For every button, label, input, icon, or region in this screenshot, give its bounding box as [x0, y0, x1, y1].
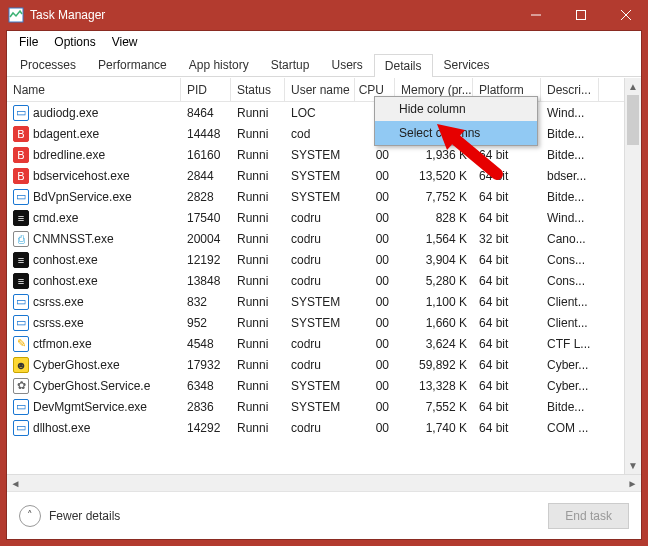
tab-performance[interactable]: Performance [87, 53, 178, 76]
table-row[interactable]: ▭csrss.exe952RunniSYSTEM001,660 K64 bitC… [7, 312, 641, 333]
fewer-details-button[interactable]: ˄ Fewer details [19, 505, 120, 527]
table-row[interactable]: Bbdservicehost.exe2844RunniSYSTEM0013,52… [7, 165, 641, 186]
process-description: Cyber... [541, 358, 599, 372]
process-cpu: 00 [355, 190, 395, 204]
process-user: LOC [285, 106, 355, 120]
scroll-right-icon[interactable]: ► [624, 475, 641, 491]
process-user: codru [285, 211, 355, 225]
table-row[interactable]: ✎ctfmon.exe4548Runnicodru003,624 K64 bit… [7, 333, 641, 354]
process-memory: 3,624 K [395, 337, 473, 351]
tab-processes[interactable]: Processes [9, 53, 87, 76]
process-icon: ▭ [13, 420, 29, 436]
process-icon: ≡ [13, 252, 29, 268]
column-header-name[interactable]: Name [7, 78, 181, 101]
process-status: Runni [231, 379, 285, 393]
process-platform: 64 bit [473, 379, 541, 393]
process-icon: ⎙ [13, 231, 29, 247]
process-user: codru [285, 253, 355, 267]
svg-rect-2 [576, 11, 585, 20]
table-row[interactable]: ▭dllhost.exe14292Runnicodru001,740 K64 b… [7, 417, 641, 438]
column-header-description[interactable]: Descri... [541, 78, 599, 101]
process-memory: 7,552 K [395, 400, 473, 414]
table-row[interactable]: ⎙CNMNSST.exe20004Runnicodru001,564 K32 b… [7, 228, 641, 249]
process-user: codru [285, 232, 355, 246]
menu-file[interactable]: File [11, 33, 46, 51]
process-cpu: 00 [355, 358, 395, 372]
menu-view[interactable]: View [104, 33, 146, 51]
table-row[interactable]: ▭csrss.exe832RunniSYSTEM001,100 K64 bitC… [7, 291, 641, 312]
tab-details[interactable]: Details [374, 54, 433, 77]
process-description: Bitde... [541, 190, 599, 204]
table-row[interactable]: Bbdagent.exe14448Runnicod8 K64 bitBitde.… [7, 123, 641, 144]
column-header-user[interactable]: User name [285, 78, 355, 101]
process-status: Runni [231, 421, 285, 435]
process-user: codru [285, 337, 355, 351]
tab-services[interactable]: Services [433, 53, 501, 76]
table-row[interactable]: ▭audiodg.exe8464RunniLOC0 K64 bitWind... [7, 102, 641, 123]
process-pid: 14292 [181, 421, 231, 435]
process-description: Cons... [541, 274, 599, 288]
process-status: Runni [231, 169, 285, 183]
process-icon: ✎ [13, 336, 29, 352]
process-description: Bitde... [541, 127, 599, 141]
table-row[interactable]: Bbdredline.exe16160RunniSYSTEM001,936 K6… [7, 144, 641, 165]
vertical-scrollbar[interactable]: ▲ ▼ [624, 78, 641, 474]
ctx-hide-column[interactable]: Hide column [375, 97, 537, 121]
process-user: SYSTEM [285, 148, 355, 162]
process-name: dllhost.exe [33, 421, 90, 435]
process-rows: ▭audiodg.exe8464RunniLOC0 K64 bitWind...… [7, 102, 641, 474]
scroll-down-icon[interactable]: ▼ [625, 457, 641, 474]
table-row[interactable]: ≡conhost.exe12192Runnicodru003,904 K64 b… [7, 249, 641, 270]
process-icon: ▭ [13, 315, 29, 331]
table-row[interactable]: ≡cmd.exe17540Runnicodru00828 K64 bitWind… [7, 207, 641, 228]
process-name: bdservicehost.exe [33, 169, 130, 183]
process-description: Wind... [541, 106, 599, 120]
table-row[interactable]: ≡conhost.exe13848Runnicodru005,280 K64 b… [7, 270, 641, 291]
process-status: Runni [231, 274, 285, 288]
table-row[interactable]: ☻CyberGhost.exe17932Runnicodru0059,892 K… [7, 354, 641, 375]
process-cpu: 00 [355, 421, 395, 435]
end-task-button[interactable]: End task [548, 503, 629, 529]
maximize-button[interactable] [558, 0, 603, 30]
process-icon: ≡ [13, 210, 29, 226]
process-pid: 2836 [181, 400, 231, 414]
process-memory: 1,740 K [395, 421, 473, 435]
client-area: File Options View Processes Performance … [6, 30, 642, 540]
process-icon: ▭ [13, 189, 29, 205]
scroll-up-icon[interactable]: ▲ [625, 78, 641, 95]
process-pid: 13848 [181, 274, 231, 288]
process-pid: 17932 [181, 358, 231, 372]
process-memory: 1,100 K [395, 295, 473, 309]
scroll-left-icon[interactable]: ◄ [7, 475, 24, 491]
table-row[interactable]: ▭DevMgmtService.exe2836RunniSYSTEM007,55… [7, 396, 641, 417]
menubar: File Options View [7, 31, 641, 51]
minimize-button[interactable] [513, 0, 558, 30]
column-header-pid[interactable]: PID [181, 78, 231, 101]
horizontal-scrollbar[interactable]: ◄ ► [7, 474, 641, 491]
process-icon: ≡ [13, 273, 29, 289]
process-platform: 64 bit [473, 274, 541, 288]
tab-app-history[interactable]: App history [178, 53, 260, 76]
tabs: Processes Performance App history Startu… [7, 51, 641, 77]
column-header-status[interactable]: Status [231, 78, 285, 101]
tab-startup[interactable]: Startup [260, 53, 321, 76]
process-memory: 828 K [395, 211, 473, 225]
process-user: cod [285, 127, 355, 141]
process-name: csrss.exe [33, 295, 84, 309]
close-button[interactable] [603, 0, 648, 30]
menu-options[interactable]: Options [46, 33, 103, 51]
process-platform: 64 bit [473, 253, 541, 267]
close-icon [621, 10, 631, 20]
process-name: CyberGhost.Service.e [33, 379, 150, 393]
table-row[interactable]: ✿CyberGhost.Service.e6348RunniSYSTEM0013… [7, 375, 641, 396]
titlebar[interactable]: Task Manager [0, 0, 648, 30]
process-pid: 8464 [181, 106, 231, 120]
process-icon: ✿ [13, 378, 29, 394]
table-row[interactable]: ▭BdVpnService.exe2828RunniSYSTEM007,752 … [7, 186, 641, 207]
minimize-icon [531, 10, 541, 20]
process-cpu: 00 [355, 400, 395, 414]
process-platform: 64 bit [473, 358, 541, 372]
tab-users[interactable]: Users [320, 53, 373, 76]
scroll-thumb[interactable] [627, 95, 639, 145]
process-icon: ▭ [13, 105, 29, 121]
